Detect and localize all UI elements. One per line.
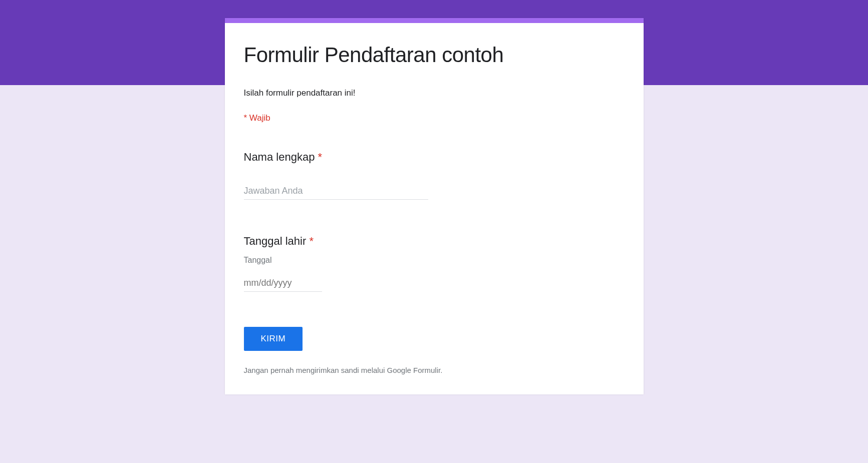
form-card: Formulir Pendaftaran contoh Isilah formu… bbox=[225, 18, 644, 394]
required-asterisk: * bbox=[318, 151, 322, 163]
required-asterisk: * bbox=[309, 235, 314, 247]
question-birthdate: Tanggal lahir * Tanggal bbox=[244, 235, 625, 292]
question-name-text: Nama lengkap bbox=[244, 151, 318, 163]
form-accent-bar bbox=[225, 18, 644, 23]
question-name-label: Nama lengkap * bbox=[244, 151, 625, 164]
form-description: Isilah formulir pendaftaran ini! bbox=[244, 88, 625, 98]
submit-button[interactable]: KIRIM bbox=[244, 327, 303, 351]
form-content: Formulir Pendaftaran contoh Isilah formu… bbox=[225, 23, 644, 394]
question-name: Nama lengkap * bbox=[244, 151, 625, 200]
name-input[interactable] bbox=[244, 183, 428, 200]
question-birthdate-text: Tanggal lahir bbox=[244, 235, 310, 247]
required-note: * Wajib bbox=[244, 113, 625, 123]
disclaimer-text: Jangan pernah mengirimkan sandi melalui … bbox=[244, 366, 625, 374]
birthdate-sublabel: Tanggal bbox=[244, 256, 625, 265]
form-title: Formulir Pendaftaran contoh bbox=[244, 43, 625, 67]
birthdate-input[interactable] bbox=[244, 275, 322, 292]
question-birthdate-label: Tanggal lahir * bbox=[244, 235, 625, 248]
